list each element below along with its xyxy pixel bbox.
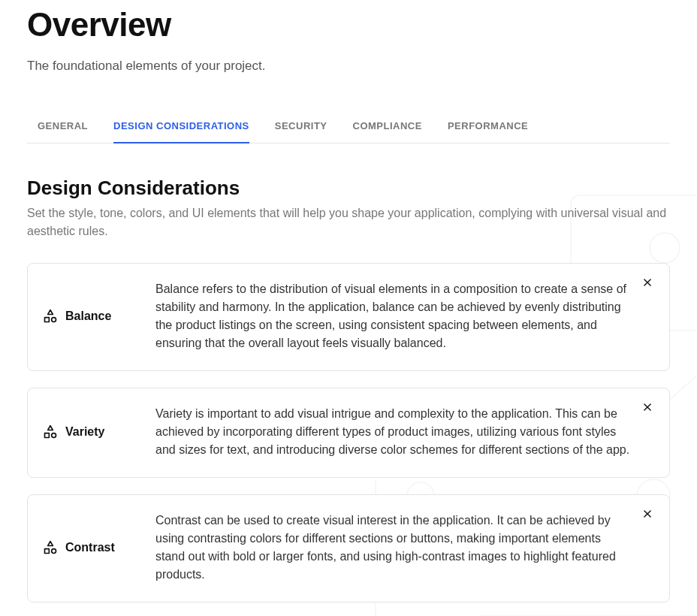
shapes-icon [43, 309, 58, 324]
section-description: Set the style, tone, colors, and UI elem… [27, 204, 670, 240]
shapes-icon [43, 424, 58, 439]
svg-rect-11 [45, 433, 50, 438]
card-header: Variety [43, 424, 140, 439]
tab-design-considerations[interactable]: DESIGN CONSIDERATIONS [113, 114, 249, 143]
card-body: Balance refers to the distribution of vi… [155, 280, 654, 352]
tab-compliance[interactable]: COMPLIANCE [353, 114, 422, 143]
card-contrast: Contrast Contrast can be used to create … [27, 494, 670, 602]
shapes-icon [43, 540, 58, 555]
tab-general[interactable]: GENERAL [38, 114, 88, 143]
card-body: Contrast can be used to create visual in… [155, 512, 654, 584]
card-body: Variety is important to add visual intri… [155, 405, 654, 459]
close-button[interactable] [641, 509, 654, 522]
svg-point-12 [52, 433, 56, 438]
close-button[interactable] [641, 277, 654, 291]
card-label: Contrast [65, 541, 115, 554]
svg-rect-7 [45, 318, 50, 322]
card-variety: Variety Variety is important to add visu… [27, 388, 670, 478]
card-label: Balance [65, 310, 111, 323]
svg-rect-15 [45, 549, 50, 554]
card-header: Balance [43, 309, 140, 324]
card-header: Contrast [43, 540, 140, 555]
close-icon [642, 277, 653, 291]
section-title: Design Considerations [27, 177, 670, 200]
page-title: Overview [27, 6, 670, 44]
page-subtitle: The foundational elements of your projec… [27, 59, 670, 74]
tab-security[interactable]: SECURITY [275, 114, 327, 143]
close-icon [642, 509, 653, 522]
tabs: GENERAL DESIGN CONSIDERATIONS SECURITY C… [27, 114, 670, 143]
tab-performance[interactable]: PERFORMANCE [448, 114, 528, 143]
cards-list: Balance Balance refers to the distributi… [27, 263, 670, 602]
card-balance: Balance Balance refers to the distributi… [27, 263, 670, 371]
svg-point-16 [52, 549, 56, 554]
svg-point-8 [52, 318, 56, 322]
close-button[interactable] [641, 402, 654, 415]
card-label: Variety [65, 425, 104, 439]
close-icon [642, 402, 653, 415]
